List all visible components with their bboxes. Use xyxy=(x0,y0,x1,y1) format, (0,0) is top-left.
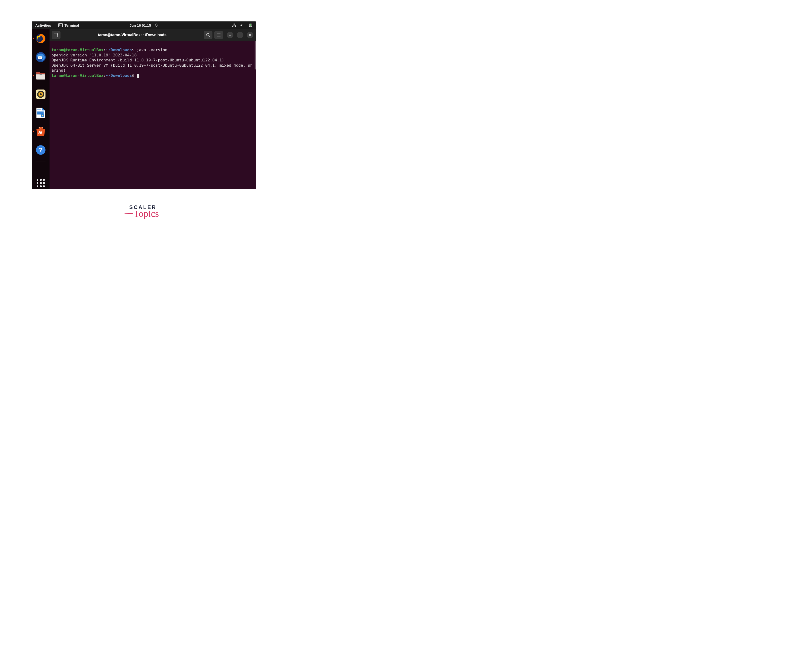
dock-ubuntu-software[interactable] xyxy=(35,126,46,137)
running-indicator-icon xyxy=(33,131,34,132)
terminal-icon xyxy=(58,24,62,27)
dock-libreoffice-writer[interactable] xyxy=(35,107,46,118)
rhythmbox-icon xyxy=(35,89,46,100)
prompt-user: taran@taran-VirtualBox xyxy=(51,73,104,78)
svg-point-23 xyxy=(42,115,43,116)
dock-firefox[interactable] xyxy=(35,33,46,44)
current-app-indicator[interactable]: Terminal xyxy=(58,24,79,27)
prompt-user: taran@taran-VirtualBox xyxy=(51,47,104,52)
output-line: OpenJDK Runtime Environment (build 11.0.… xyxy=(51,58,224,62)
search-button[interactable] xyxy=(204,31,213,39)
prompt-path: ~/Downloads xyxy=(106,73,132,78)
activities-button[interactable]: Activities xyxy=(35,24,51,27)
close-icon xyxy=(249,34,251,36)
power-battery-icon[interactable] xyxy=(248,24,253,27)
terminal-window: taran@taran-VirtualBox: ~/Downloads xyxy=(49,29,256,189)
firefox-icon xyxy=(35,33,46,44)
running-indicator-icon xyxy=(33,75,34,76)
window-title: taran@taran-VirtualBox: ~/Downloads xyxy=(62,33,202,37)
prompt-colon: : xyxy=(104,73,106,78)
new-tab-button[interactable] xyxy=(52,31,61,39)
new-tab-icon xyxy=(54,33,59,37)
hamburger-icon xyxy=(217,33,221,37)
svg-rect-17 xyxy=(37,109,41,110)
ubuntu-desktop: Activities Terminal Jun 16 01:15 xyxy=(32,22,256,189)
help-icon: ? xyxy=(35,145,46,155)
clock[interactable]: Jun 16 01:15 xyxy=(130,24,151,27)
svg-text:?: ? xyxy=(39,147,43,154)
search-icon xyxy=(206,33,210,37)
cursor xyxy=(137,74,139,78)
prompt-colon: : xyxy=(104,47,106,52)
prompt-symbol: $ xyxy=(132,73,134,78)
prompt-symbol: $ xyxy=(132,47,134,52)
running-indicator-icon xyxy=(33,38,34,39)
command-text: java -version xyxy=(137,47,167,52)
maximize-icon xyxy=(239,34,241,36)
svg-rect-6 xyxy=(252,25,252,26)
minimize-button[interactable] xyxy=(227,32,233,38)
dock-help[interactable]: ? xyxy=(35,144,46,156)
ubuntu-software-icon xyxy=(35,126,46,136)
close-button[interactable] xyxy=(247,32,253,38)
dock-separator xyxy=(36,161,46,162)
maximize-button[interactable] xyxy=(237,32,243,38)
gnome-menubar: Activities Terminal Jun 16 01:15 xyxy=(32,22,256,29)
output-line: openjdk version "11.0.19" 2023-04-18 xyxy=(51,53,137,57)
svg-rect-4 xyxy=(235,26,236,27)
watermark: SCALER Topics xyxy=(127,204,159,219)
dock-files[interactable] xyxy=(35,70,46,81)
svg-line-29 xyxy=(209,36,210,37)
output-line: OpenJDK 64-Bit Server VM (build 11.0.19+… xyxy=(51,63,253,72)
svg-rect-0 xyxy=(58,24,62,27)
prompt-path: ~/Downloads xyxy=(106,47,132,52)
notification-bell-icon[interactable] xyxy=(154,24,158,27)
current-app-label: Terminal xyxy=(64,24,79,27)
show-applications-button[interactable] xyxy=(36,178,46,188)
files-icon xyxy=(35,71,46,81)
window-titlebar: taran@taran-VirtualBox: ~/Downloads xyxy=(49,29,256,41)
ubuntu-dock: ? xyxy=(32,29,49,189)
activities-label: Activities xyxy=(35,24,51,27)
svg-rect-19 xyxy=(37,112,44,113)
volume-icon[interactable] xyxy=(240,24,245,27)
terminal-body[interactable]: taran@taran-VirtualBox:~/Downloads$ java… xyxy=(49,41,256,189)
dock-rhythmbox[interactable] xyxy=(35,89,46,100)
network-icon[interactable] xyxy=(232,24,236,27)
svg-rect-34 xyxy=(239,34,241,36)
hamburger-menu-button[interactable] xyxy=(214,31,223,39)
svg-rect-2 xyxy=(234,24,235,25)
svg-rect-18 xyxy=(37,111,44,112)
watermark-line2: Topics xyxy=(127,208,159,219)
svg-rect-20 xyxy=(37,113,44,114)
dock-thunderbird[interactable] xyxy=(35,51,46,63)
svg-point-16 xyxy=(40,93,42,95)
svg-rect-12 xyxy=(39,74,42,75)
minimize-icon xyxy=(229,34,231,36)
thunderbird-icon xyxy=(35,52,46,62)
svg-rect-7 xyxy=(250,24,251,26)
svg-rect-24 xyxy=(39,133,40,133)
svg-rect-27 xyxy=(54,34,57,37)
libreoffice-writer-icon xyxy=(36,107,46,118)
svg-rect-3 xyxy=(232,26,233,27)
scrollbar[interactable] xyxy=(255,41,256,69)
